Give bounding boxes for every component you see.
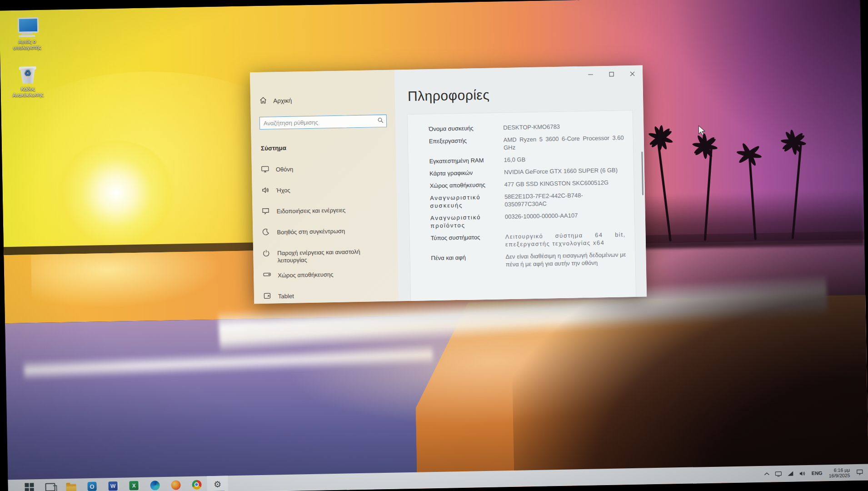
- tray-monitor-button[interactable]: [773, 466, 784, 482]
- chrome-button[interactable]: [186, 476, 207, 491]
- edge-button[interactable]: [144, 477, 165, 491]
- task-view-icon: [45, 483, 55, 491]
- desktop-icon-label: Αυτός ο υπολογιστής: [5, 38, 49, 51]
- settings-window: Ρυθμίσεις: [250, 65, 647, 304]
- firefox-icon: [171, 480, 180, 490]
- spec-row-device-name: Όνομα συσκευής DESKTOP-KMO6783: [429, 121, 624, 133]
- settings-sidebar: Αρχική Σύστημα Οθόνη: [250, 70, 399, 304]
- excel-button[interactable]: X: [123, 477, 145, 491]
- photo-frame: Αυτός ο υπολογιστής ♻ Κάδος Ανακύκλωσης …: [0, 0, 868, 491]
- firefox-button[interactable]: [165, 476, 186, 491]
- monitor-screen: Αυτός ο υπολογιστής ♻ Κάδος Ανακύκλωσης …: [0, 0, 868, 491]
- network-icon: [788, 471, 794, 476]
- storage-icon: [263, 272, 271, 279]
- edge-icon: [150, 481, 160, 490]
- sidebar-section-label: Σύστημα: [261, 145, 286, 152]
- excel-icon: X: [129, 481, 138, 490]
- spec-row-processor: Επεξεργαστής AMD Ryzen 5 3600 6-Core Pro…: [429, 134, 624, 153]
- file-explorer-icon: [66, 484, 76, 491]
- task-view-button[interactable]: [40, 479, 61, 491]
- start-button[interactable]: [19, 479, 40, 491]
- sidebar-item-storage[interactable]: Χώρος αποθήκευσης: [254, 266, 399, 289]
- sound-icon: [262, 187, 269, 195]
- spec-row-system-type: Τύπος συστήματος Λειτουργικό σύστημα 64 …: [431, 230, 626, 250]
- file-explorer-button[interactable]: [60, 478, 82, 491]
- outlook-button[interactable]: O: [81, 478, 103, 491]
- word-icon: W: [108, 481, 117, 491]
- maximize-button[interactable]: [601, 65, 622, 82]
- settings-taskbar-button[interactable]: ⚙: [207, 476, 228, 491]
- sidebar-item-power-sleep[interactable]: Παροχή ενέργειας και αναστολή λειτουργία…: [253, 243, 398, 268]
- word-button[interactable]: W: [102, 478, 124, 491]
- notifications-icon: [262, 208, 269, 216]
- power-icon: [263, 250, 270, 258]
- action-center-button[interactable]: [854, 464, 865, 481]
- close-button[interactable]: [622, 65, 643, 82]
- spec-row-pen-touch: Πένα και αφή Δεν είναι διαθέσιμη η εισαγ…: [431, 251, 626, 270]
- this-pc-icon: [15, 16, 39, 38]
- desktop-icon-recycle-bin[interactable]: ♻ Κάδος Ανακύκλωσης: [6, 63, 50, 98]
- sidebar-item-focus-assist[interactable]: Βοηθός στη συγκέντρωση: [253, 222, 398, 246]
- system-tray: ENG 6:16 μμ 16/9/2025: [762, 464, 865, 482]
- spec-row-device-id: Αναγνωριστικό συσκευής 58E2E1D3-7FE2-442…: [430, 190, 625, 210]
- chrome-icon: [192, 480, 201, 489]
- tray-chevron-button[interactable]: [762, 466, 772, 482]
- settings-main-pane: Πληροφορίες Όνομα συσκευής DESKTOP-KMO67…: [394, 65, 647, 301]
- spec-row-graphics: Κάρτα γραφικών NVIDIA GeForce GTX 1660 S…: [429, 166, 624, 177]
- tray-time: 6:16 μμ: [828, 467, 850, 473]
- sidebar-home-label: Αρχική: [273, 97, 292, 105]
- spec-row-product-id: Αναγνωριστικό προϊόντος 00326-10000-0000…: [430, 210, 626, 230]
- sidebar-item-sound[interactable]: Ήχος: [252, 180, 397, 204]
- search-input[interactable]: [260, 118, 374, 127]
- sidebar-item-display[interactable]: Οθόνη: [252, 160, 397, 183]
- sidebar-item-tablet[interactable]: Tablet: [254, 286, 399, 304]
- home-icon: [259, 97, 267, 105]
- sidebar-nav: Οθόνη Ήχος Ειδοποιήσεις και ενέργειες: [252, 160, 399, 304]
- device-specs-card: Όνομα συσκευής DESKTOP-KMO6783 Επεξεργασ…: [407, 110, 637, 304]
- search-icon[interactable]: [374, 117, 386, 125]
- focus-assist-icon: [262, 229, 270, 237]
- chevron-up-icon: [764, 472, 770, 476]
- desktop-icon-this-pc[interactable]: Αυτός ο υπολογιστής: [5, 16, 49, 51]
- tray-network-button[interactable]: [785, 466, 796, 482]
- volume-icon: [799, 471, 806, 476]
- recycle-bin-icon: ♻: [16, 64, 40, 85]
- sidebar-item-home[interactable]: Αρχική: [259, 96, 292, 105]
- tray-date: 16/9/2025: [829, 472, 850, 478]
- display-icon: [261, 166, 269, 175]
- minimize-button[interactable]: [580, 66, 601, 83]
- tablet-icon: [264, 293, 271, 301]
- outlook-icon: O: [87, 482, 96, 491]
- action-center-icon: [856, 469, 863, 476]
- page-title: Πληροφορίες: [408, 87, 490, 104]
- tray-volume-button[interactable]: [797, 465, 808, 481]
- spec-row-ram: Εγκατεστημένη RAM 16,0 GB: [429, 154, 624, 165]
- settings-search-box: [259, 115, 387, 130]
- sidebar-item-notifications[interactable]: Ειδοποιήσεις και ενέργειες: [252, 201, 397, 225]
- monitor-tray-icon: [775, 471, 782, 477]
- spec-row-storage: Χώρος αποθήκευσης 477 GB SSD KINGSTON SK…: [429, 178, 624, 190]
- start-icon: [25, 483, 34, 491]
- settings-gear-icon: ⚙: [214, 480, 221, 488]
- desktop-icon-label: Κάδος Ανακύκλωσης: [6, 85, 50, 98]
- clock[interactable]: 6:16 μμ 16/9/2025: [826, 467, 853, 478]
- language-indicator[interactable]: ENG: [809, 465, 824, 481]
